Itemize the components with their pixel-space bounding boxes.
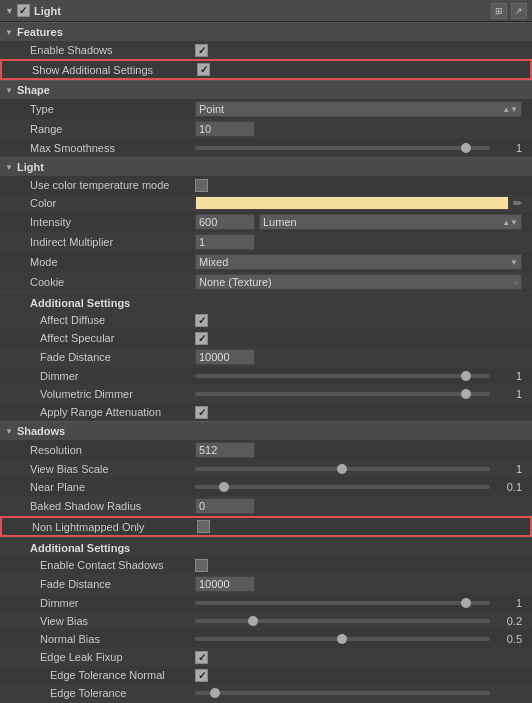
max-smoothness-value: 1 [195, 142, 522, 154]
view-bias-scale-thumb[interactable] [337, 464, 347, 474]
light-section-title: Light [17, 161, 44, 173]
normal-bias-slider[interactable]: 0.5 [195, 633, 522, 645]
enable-contact-checkbox[interactable] [195, 559, 208, 572]
apply-range-label: Apply Range Attenuation [30, 406, 195, 418]
type-row: Type Point ▲▼ [0, 99, 532, 119]
panel-arrow-icon[interactable]: ▼ [5, 6, 14, 16]
features-arrow-icon: ▼ [5, 28, 13, 37]
range-input[interactable] [195, 121, 255, 137]
near-plane-thumb[interactable] [219, 482, 229, 492]
mode-dropdown-arrow: ▼ [510, 258, 518, 267]
baked-shadow-input[interactable] [195, 498, 255, 514]
near-plane-val: 0.1 [494, 481, 522, 493]
max-smoothness-thumb[interactable] [461, 143, 471, 153]
fade-distance-1-label: Fade Distance [30, 351, 195, 363]
settings-icon[interactable]: ↗ [511, 3, 527, 19]
type-label: Type [30, 103, 195, 115]
intensity-value: Lumen ▲▼ [195, 214, 522, 230]
edge-leak-checkbox[interactable] [195, 651, 208, 664]
intensity-unit-arrow: ▲▼ [502, 218, 518, 227]
fade-distance-2-input[interactable] [195, 576, 255, 592]
panel-title: Light [34, 5, 61, 17]
dimmer-1-thumb[interactable] [461, 371, 471, 381]
non-lightmapped-row: Non Lightmapped Only [0, 516, 532, 537]
near-plane-track [195, 485, 490, 489]
panel-checkbox[interactable] [17, 4, 30, 17]
mode-dropdown[interactable]: Mixed ▼ [195, 254, 522, 270]
color-picker-bar[interactable] [195, 196, 509, 210]
grid-icon[interactable]: ⊞ [491, 3, 507, 19]
apply-range-row: Apply Range Attenuation [0, 403, 532, 421]
max-smoothness-label: Max Smoothness [30, 142, 195, 154]
resolution-row: Resolution [0, 440, 532, 460]
dimmer-2-thumb[interactable] [461, 598, 471, 608]
shadows-arrow-icon: ▼ [5, 427, 13, 436]
edge-tol-slider[interactable] [195, 691, 522, 695]
affect-specular-row: Affect Specular [0, 329, 532, 347]
indirect-input[interactable] [195, 234, 255, 250]
additional-settings-1-header: Additional Settings [0, 292, 532, 311]
features-section-header[interactable]: ▼ Features [0, 22, 532, 41]
apply-range-checkbox[interactable] [195, 406, 208, 419]
edge-leak-label: Edge Leak Fixup [30, 651, 195, 663]
affect-specular-value [195, 332, 522, 345]
normal-bias-val: 0.5 [494, 633, 522, 645]
dimmer-2-label: Dimmer [30, 597, 195, 609]
enable-contact-label: Enable Contact Shadows [30, 559, 195, 571]
cookie-dropdown[interactable]: None (Texture) ○ [195, 274, 522, 290]
view-bias-2-row: View Bias 0.2 [0, 612, 532, 630]
view-bias-2-slider[interactable]: 0.2 [195, 615, 522, 627]
edge-tol-normal-checkbox[interactable] [195, 669, 208, 682]
vol-dimmer-slider[interactable]: 1 [195, 388, 522, 400]
edge-leak-row: Edge Leak Fixup [0, 648, 532, 666]
mode-label: Mode [30, 256, 195, 268]
color-temp-checkbox[interactable] [195, 179, 208, 192]
shadows-section-title: Shadows [17, 425, 65, 437]
dimmer-1-label: Dimmer [30, 370, 195, 382]
additional-settings-1-title: Additional Settings [30, 297, 130, 309]
dimmer-2-val: 1 [494, 597, 522, 609]
view-bias-2-thumb[interactable] [248, 616, 258, 626]
near-plane-slider[interactable]: 0.1 [195, 481, 522, 493]
dimmer-2-slider[interactable]: 1 [195, 597, 522, 609]
affect-diffuse-checkbox[interactable] [195, 314, 208, 327]
affect-specular-checkbox[interactable] [195, 332, 208, 345]
view-bias-scale-slider[interactable]: 1 [195, 463, 522, 475]
fade-distance-1-input[interactable] [195, 349, 255, 365]
enable-contact-row: Enable Contact Shadows [0, 556, 532, 574]
enable-shadows-checkbox[interactable] [195, 44, 208, 57]
mode-row: Mode Mixed ▼ [0, 252, 532, 272]
vol-dimmer-label: Volumetric Dimmer [30, 388, 195, 400]
light-section-header[interactable]: ▼ Light [0, 157, 532, 176]
view-bias-2-label: View Bias [30, 615, 195, 627]
affect-diffuse-value [195, 314, 522, 327]
dimmer-2-track [195, 601, 490, 605]
resolution-input[interactable] [195, 442, 255, 458]
color-picker-icon[interactable]: ✏ [513, 197, 522, 210]
vol-dimmer-track [195, 392, 490, 396]
intensity-unit-text: Lumen [263, 216, 297, 228]
fade-distance-1-value [195, 349, 522, 365]
edge-tol-thumb[interactable] [210, 688, 220, 698]
intensity-input[interactable] [195, 214, 255, 230]
max-smoothness-slider[interactable]: 1 [195, 142, 522, 154]
normal-bias-thumb[interactable] [337, 634, 347, 644]
intensity-unit-dropdown[interactable]: Lumen ▲▼ [259, 214, 522, 230]
shape-section-header[interactable]: ▼ Shape [0, 80, 532, 99]
edge-tol-row: Edge Tolerance [0, 684, 532, 702]
type-dropdown[interactable]: Point ▲▼ [195, 101, 522, 117]
dimmer-1-slider[interactable]: 1 [195, 370, 522, 382]
intensity-label: Intensity [30, 216, 195, 228]
edge-tol-normal-row: Edge Tolerance Normal [0, 666, 532, 684]
view-bias-scale-label: View Bias Scale [30, 463, 195, 475]
dimmer-1-val: 1 [494, 370, 522, 382]
vol-dimmer-thumb[interactable] [461, 389, 471, 399]
non-lightmapped-checkbox[interactable] [197, 520, 210, 533]
edge-tol-track [195, 691, 490, 695]
affect-specular-label: Affect Specular [30, 332, 195, 344]
shape-section-title: Shape [17, 84, 50, 96]
type-dropdown-arrow: ▲▼ [502, 105, 518, 114]
dimmer-1-track [195, 374, 490, 378]
shadows-section-header[interactable]: ▼ Shadows [0, 421, 532, 440]
show-additional-checkbox[interactable] [197, 63, 210, 76]
